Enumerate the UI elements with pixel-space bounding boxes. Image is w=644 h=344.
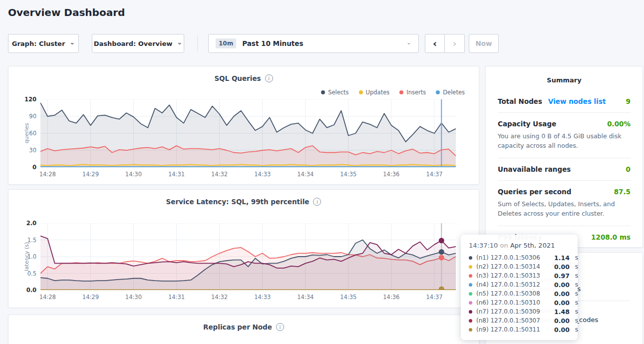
summary-row-label: Queries per second [498, 188, 571, 196]
view-nodes-list-link[interactable]: View nodes list [548, 97, 606, 105]
service-latency-panel: Service Latency: SQL, 99th percentile i … [8, 189, 479, 308]
time-prev-button[interactable]: ‹ [425, 34, 445, 53]
tooltip-node-unit: s [575, 263, 578, 270]
node-dot-icon [469, 310, 472, 314]
chart-title: Service Latency: SQL, 99th percentile [166, 198, 310, 206]
summary-row-value: 0.00% [607, 120, 631, 128]
legend-item[interactable]: Selects [321, 89, 348, 96]
x-tick-label: 14:34 [297, 171, 314, 178]
legend-item[interactable]: Updates [359, 89, 390, 96]
tooltip-node-row: (n2) 127.0.0.1:503140.00s [469, 262, 570, 271]
x-tick-label: 14:33 [254, 171, 271, 178]
info-icon[interactable]: i [313, 198, 321, 206]
graph-dropdown-label: Graph: Cluster [12, 40, 65, 47]
tooltip-node-unit: s [575, 254, 578, 261]
time-pager: ‹ › [425, 34, 465, 53]
summary-row-value: 1208.0 ms [591, 233, 631, 241]
tooltip-node-value: 1.14 [554, 254, 570, 262]
summary-row: Unavailable ranges0 [498, 158, 631, 180]
tooltip-node-row: (n3) 127.0.0.1:503130.97s [469, 271, 570, 280]
x-tick-label: 14:29 [82, 294, 99, 301]
tooltip-node-label: (n7) 127.0.0.1:50309 [476, 308, 550, 315]
time-range-label: Past 10 Minutes [242, 39, 400, 47]
summary-row-label: Capacity Usage [498, 120, 556, 128]
tooltip-node-value: 0.00 [554, 290, 570, 298]
legend-label: Deletes [443, 89, 465, 96]
tooltip-node-label: (n6) 127.0.0.1:50310 [476, 299, 550, 306]
tooltip-rows: (n1) 127.0.0.1:503061.14s(n2) 127.0.0.1:… [469, 253, 570, 334]
legend-label: Updates [366, 89, 390, 96]
summary-row: Capacity Usage0.00%You are using 0 B of … [498, 112, 631, 158]
x-tick-label: 14:37 [426, 294, 442, 301]
tooltip-node-label: (n5) 127.0.0.1:50308 [476, 290, 550, 297]
x-tick-label: 14:31 [168, 294, 185, 301]
x-tick-label: 14:30 [125, 171, 142, 178]
legend-dot-icon [321, 90, 325, 94]
tooltip-node-row: (n1) 127.0.0.1:503061.14s [469, 253, 570, 262]
legend-dot-icon [359, 90, 363, 94]
sql-queries-panel: SQL Queries i SelectsUpdatesInsertsDelet… [8, 66, 479, 185]
tooltip-node-label: (n3) 127.0.0.1:50313 [476, 272, 550, 279]
summary-row: Total NodesView nodes list9 [498, 90, 631, 112]
info-icon[interactable]: i [276, 323, 284, 331]
toolbar-divider [197, 35, 198, 52]
x-tick-label: 14:36 [383, 294, 399, 301]
graph-dropdown[interactable]: Graph: Cluster ⌄ [8, 34, 79, 53]
chevron-down-icon: ⌄ [177, 40, 182, 44]
summary-row-value: 9 [626, 97, 631, 105]
tooltip-node-value: 0.00 [554, 281, 570, 289]
node-dot-icon [469, 274, 472, 278]
chart-legend: SelectsUpdatesInsertsDeletes [321, 89, 465, 96]
chart-plot[interactable] [40, 99, 456, 167]
summary-header: Summary [486, 66, 643, 90]
chart-title: SQL Queries [214, 74, 261, 82]
summary-row-description: Sum of Selects, Updates, Inserts, and De… [498, 199, 631, 219]
y-tick-label: 90 [15, 113, 36, 120]
time-range-badge: 10m [216, 38, 236, 48]
now-button[interactable]: Now [469, 34, 499, 53]
legend-label: Selects [328, 89, 348, 96]
legend-item[interactable]: Inserts [399, 89, 426, 96]
node-dot-icon [469, 283, 472, 287]
summary-row-value: 0 [626, 165, 631, 173]
tooltip-node-label: (n9) 127.0.0.1:50311 [476, 326, 550, 333]
node-dot-icon [469, 319, 472, 323]
legend-item[interactable]: Deletes [436, 89, 465, 96]
y-tick-label: 1.5 [15, 237, 36, 244]
x-tick-label: 14:37 [426, 171, 442, 178]
chart-hover-tooltip: 14:37:10 on Apr 5th, 2021 (n1) 127.0.0.1… [461, 235, 578, 340]
node-dot-icon [469, 328, 472, 332]
y-tick-label: 120 [15, 96, 36, 103]
node-dot-icon [469, 256, 472, 260]
y-tick-label: 2.0 [15, 220, 36, 227]
legend-label: Inserts [406, 89, 426, 96]
tooltip-node-row: (n5) 127.0.0.1:503080.00s [469, 289, 570, 298]
x-tick-label: 14:35 [340, 294, 356, 301]
x-tick-label: 14:30 [125, 294, 142, 301]
dashboard-dropdown-label: Dashboard: Overview [94, 40, 173, 47]
chart-title: Replicas per Node [203, 323, 272, 331]
tooltip-node-row: (n8) 127.0.0.1:503070.00s [469, 316, 570, 325]
summary-row-description: You are using 0 B of 4.5 GiB usable disk… [498, 131, 631, 151]
tooltip-node-row: (n6) 127.0.0.1:503100.00s [469, 298, 570, 307]
y-tick-label: 0.5 [15, 270, 36, 277]
tooltip-node-unit: s [575, 308, 578, 315]
tooltip-node-unit: s [575, 326, 578, 333]
chevron-down-icon: ⌄ [69, 40, 75, 44]
chart-plot[interactable] [40, 223, 456, 290]
time-range-picker[interactable]: 10m Past 10 Minutes ⌄ [208, 34, 419, 53]
x-tick-label: 14:29 [82, 171, 99, 178]
y-tick-label: 60 [15, 130, 36, 137]
summary-row-label: Unavailable ranges [498, 165, 571, 173]
tooltip-node-unit: s [575, 299, 578, 306]
tooltip-node-label: (n1) 127.0.0.1:50306 [476, 254, 550, 261]
chevron-down-icon: ⌄ [406, 40, 411, 44]
dashboard-dropdown[interactable]: Dashboard: Overview ⌄ [92, 34, 184, 53]
summary-rows: Total NodesView nodes list9Capacity Usag… [486, 90, 643, 248]
x-tick-label: 14:28 [39, 294, 56, 301]
tooltip-node-value: 0.00 [554, 299, 570, 307]
info-icon[interactable]: i [265, 74, 273, 82]
page-title: Overview Dashboard [8, 6, 125, 18]
tooltip-node-row: (n4) 127.0.0.1:503120.00s [469, 280, 570, 289]
time-next-button[interactable]: › [445, 34, 465, 53]
